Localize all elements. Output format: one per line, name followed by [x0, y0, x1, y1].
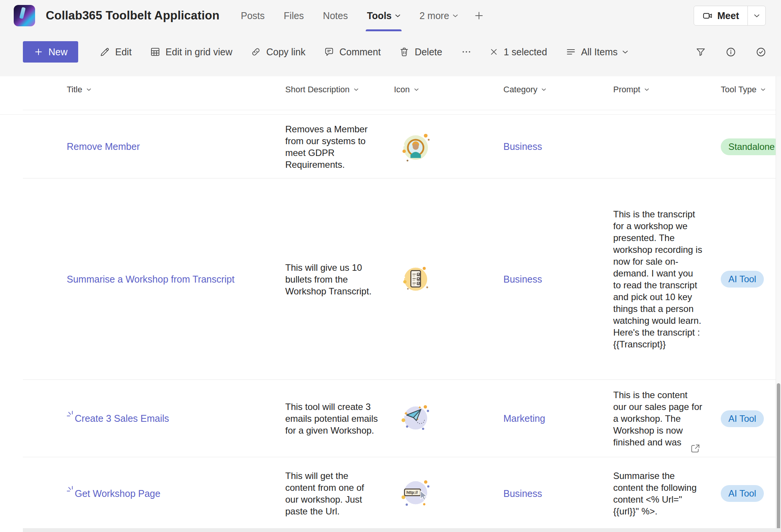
- table-row[interactable]: Summarise a Workshop from Transcript Thi…: [0, 178, 776, 380]
- more-options-button[interactable]: [461, 47, 472, 57]
- tool-icon: [401, 479, 431, 508]
- list-view: Title Short Description Icon Category Pr…: [0, 76, 776, 532]
- meet-split-button: Meet: [694, 6, 766, 26]
- dismiss-icon: [489, 47, 499, 57]
- short-description-text: This tool will create 3 emails potential…: [285, 401, 394, 436]
- short-description-text: Removes a Member from our systems to mee…: [285, 123, 394, 170]
- tool-icon: [401, 264, 431, 294]
- prompt-text: This is the content our our sales page f…: [613, 389, 703, 448]
- row-title-link[interactable]: Create 3 Sales Emails: [75, 413, 169, 424]
- selection-count: 1 selected: [504, 47, 547, 58]
- icon-cell: [394, 264, 503, 294]
- check-circle-icon: [755, 47, 767, 58]
- tab-tools[interactable]: Tools: [367, 0, 400, 31]
- category-link[interactable]: Business: [503, 274, 542, 284]
- category-cell: Business: [503, 141, 613, 152]
- tool-type-badge: AI Tool: [721, 410, 764, 427]
- tab-more[interactable]: 2 more: [419, 0, 458, 31]
- add-tab-button[interactable]: [473, 0, 485, 31]
- short-description-text: This will give us 10 bullets from the Wo…: [285, 262, 394, 297]
- category-link[interactable]: Business: [503, 141, 542, 152]
- active-tab-underline: [366, 29, 402, 31]
- expand-prompt-icon[interactable]: [689, 443, 701, 454]
- tool-type-cell: AI Tool: [721, 271, 776, 288]
- edit-in-grid-view-button[interactable]: Edit in grid view: [150, 47, 232, 58]
- chevron-down-icon: [754, 14, 760, 18]
- prompt-cell: This is the transcript for a workshop we…: [613, 178, 721, 380]
- prompt-cell: [613, 115, 721, 178]
- plus-icon: [34, 47, 43, 57]
- video-camera-icon: [702, 11, 713, 21]
- tab-posts[interactable]: Posts: [241, 0, 265, 31]
- info-icon: [725, 47, 736, 58]
- column-header-category[interactable]: Category: [503, 85, 613, 95]
- clear-selection-button[interactable]: 1 selected: [489, 47, 547, 58]
- chevron-down-icon: [644, 88, 649, 91]
- prompt-cell: Summarise the content the following cont…: [613, 457, 721, 530]
- app-logo: [14, 5, 35, 26]
- tool-type-badge: AI Tool: [721, 271, 764, 288]
- vertical-scrollbar[interactable]: [776, 76, 781, 532]
- vertical-scrollbar-thumb[interactable]: [777, 383, 780, 532]
- column-header-short-description[interactable]: Short Description: [285, 85, 394, 95]
- column-header-prompt[interactable]: Prompt: [613, 85, 721, 95]
- short-description-text: This will get the content from one of ou…: [285, 470, 394, 517]
- chevron-down-icon: [542, 88, 546, 91]
- select-all-button[interactable]: [755, 47, 767, 58]
- title-cell: Summarise a Workshop from Transcript: [67, 274, 285, 285]
- meet-button[interactable]: Meet: [694, 6, 747, 25]
- tool-type-cell: AI Tool: [721, 485, 776, 502]
- filter-icon: [695, 47, 706, 58]
- delete-button[interactable]: Delete: [399, 47, 442, 58]
- column-header-tool-type[interactable]: Tool Type: [721, 85, 776, 95]
- view-selector[interactable]: All Items: [566, 47, 628, 58]
- teams-window: Collab365 Toolbelt Application Posts Fil…: [0, 0, 781, 532]
- tool-icon: [401, 132, 431, 162]
- table-row[interactable]: Get Workshop Page This will get the cont…: [0, 457, 776, 530]
- table-row[interactable]: Create 3 Sales Emails This tool will cre…: [0, 380, 776, 457]
- page-title: Collab365 Toolbelt Application: [46, 9, 220, 23]
- chevron-down-icon: [453, 14, 458, 18]
- column-header-title[interactable]: Title: [67, 85, 285, 95]
- row-title-link[interactable]: Remove Member: [67, 141, 140, 152]
- tab-files[interactable]: Files: [284, 0, 304, 31]
- prompt-text: This is the transcript for a workshop we…: [613, 208, 703, 350]
- title-cell: Get Workshop Page: [67, 488, 285, 499]
- category-link[interactable]: Marketing: [503, 413, 545, 424]
- pencil-icon: [100, 47, 110, 57]
- new-button[interactable]: New: [23, 41, 78, 63]
- copy-link-button[interactable]: Copy link: [251, 47, 305, 58]
- meet-dropdown-button[interactable]: [748, 6, 765, 25]
- row-title-link[interactable]: Summarise a Workshop from Transcript: [67, 274, 235, 285]
- horizontal-scrollbar[interactable]: [23, 528, 781, 532]
- info-button[interactable]: [725, 47, 736, 58]
- chevron-down-icon: [354, 88, 358, 91]
- copy-link-icon: [251, 47, 261, 57]
- category-cell: Business: [503, 488, 613, 499]
- category-link[interactable]: Business: [503, 488, 542, 499]
- trash-icon: [399, 47, 410, 57]
- grid-icon: [150, 47, 161, 57]
- top-chrome: Collab365 Toolbelt Application Posts Fil…: [0, 0, 781, 76]
- command-bar: New Edit Edit in grid view: [0, 31, 781, 76]
- row-title-link[interactable]: Get Workshop Page: [75, 488, 161, 499]
- tool-type-badge: Standalone: [721, 138, 776, 155]
- table-row[interactable]: Remove Member Removes a Member from our …: [0, 115, 776, 178]
- column-header-row: Title Short Description Icon Category Pr…: [0, 76, 776, 103]
- icon-cell: [394, 479, 503, 508]
- icon-cell: [394, 404, 503, 434]
- icon-cell: [394, 132, 503, 162]
- column-header-icon[interactable]: Icon: [394, 85, 503, 95]
- tool-icon: [401, 404, 431, 434]
- title-cell: Remove Member: [67, 141, 285, 152]
- chevron-down-icon: [622, 50, 628, 54]
- tool-type-cell: AI Tool: [721, 410, 776, 427]
- list-icon: [566, 47, 576, 57]
- category-cell: Business: [503, 274, 613, 285]
- edit-button[interactable]: Edit: [100, 47, 132, 58]
- category-cell: Marketing: [503, 413, 613, 424]
- tab-notes[interactable]: Notes: [323, 0, 348, 31]
- comment-button[interactable]: Comment: [324, 47, 381, 58]
- filter-button[interactable]: [695, 47, 706, 58]
- app-header: Collab365 Toolbelt Application Posts Fil…: [0, 0, 781, 31]
